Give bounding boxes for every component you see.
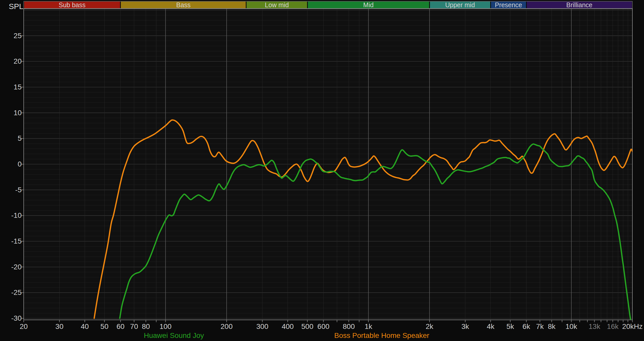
x-tick-label-16k: 16k (607, 322, 618, 331)
x-tick-label-10k: 10k (565, 322, 577, 331)
y-tick-label-20: 20 (4, 57, 22, 65)
x-tick-label-5k: 5k (506, 322, 514, 331)
x-tick-label-400: 400 (282, 322, 294, 331)
y-tick-label--30: -30 (4, 314, 22, 322)
x-tick-label-80: 80 (142, 322, 150, 331)
y-tick-label-0: 0 (4, 160, 22, 168)
x-tick-label-8k: 8k (548, 322, 556, 331)
x-tick-label-800: 800 (343, 322, 355, 331)
plot-area (0, 0, 644, 341)
y-tick-label-25: 25 (4, 32, 22, 40)
x-tick-label-20: 20 (20, 322, 28, 331)
legend-boss-portable-home-speaker: Boss Portable Home Speaker (334, 331, 429, 340)
frequency-response-chart: SPL Sub bassBassLow midMidUpper midPrese… (0, 0, 644, 341)
y-tick-label-10: 10 (4, 109, 22, 117)
legend-boss-portable-home-speaker-label: Boss Portable Home Speaker (334, 331, 429, 339)
y-tick-label--15: -15 (4, 237, 22, 245)
x-tick-label-100: 100 (159, 322, 172, 331)
x-tick-label-70: 70 (130, 322, 138, 331)
band-strip-frame (24, 1, 632, 9)
x-tick-label-200: 200 (221, 322, 233, 331)
x-tick-label-1k: 1k (365, 322, 372, 331)
x-tick-label-3k: 3k (461, 322, 469, 331)
y-tick-label-15: 15 (4, 83, 22, 91)
x-tick-label-6k: 6k (522, 322, 530, 331)
x-tick-label-500: 500 (301, 322, 313, 331)
y-tick-label--20: -20 (4, 263, 22, 271)
y-tick-label--25: -25 (4, 288, 22, 297)
x-tick-label-50: 50 (100, 322, 108, 331)
x-tick-label-60: 60 (116, 322, 124, 331)
x-tick-label-20khz: 20kHz (622, 322, 642, 331)
legend-huawei-sound-joy: Huawei Sound Joy (144, 331, 204, 340)
x-tick-label-300: 300 (256, 322, 268, 331)
x-tick-label-40: 40 (81, 322, 89, 331)
legend-huawei-sound-joy-label: Huawei Sound Joy (144, 331, 204, 339)
y-tick-label--10: -10 (4, 211, 22, 220)
x-tick-label-13k: 13k (589, 322, 600, 331)
x-tick-label-30: 30 (55, 322, 63, 331)
y-tick-label-5: 5 (4, 134, 22, 143)
x-tick-label-4k: 4k (487, 322, 495, 331)
x-tick-label-7k: 7k (536, 322, 544, 331)
x-tick-label-2k: 2k (426, 322, 434, 331)
x-tick-label-600: 600 (317, 322, 329, 331)
y-tick-label--5: -5 (4, 186, 22, 194)
